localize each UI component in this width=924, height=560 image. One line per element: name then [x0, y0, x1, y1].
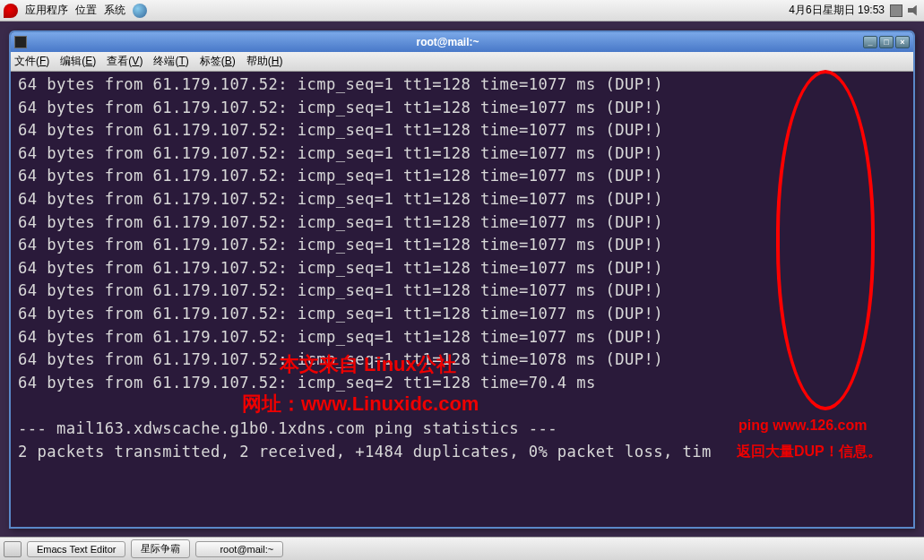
terminal-line: 64 bytes from 61.179.107.52: icmp_seq=1 … [18, 326, 906, 349]
task-label: root@mail:~ [220, 544, 273, 555]
menu-terminal[interactable]: 终端(T) [153, 54, 188, 69]
gnome-top-panel: 应用程序 位置 系统 4月6日星期日 19:53 [0, 0, 924, 22]
tray-icon[interactable] [890, 4, 902, 17]
terminal-line: 64 bytes from 61.179.107.52: icmp_seq=2 … [18, 372, 906, 395]
task-label: Emacs Text Editor [37, 544, 116, 555]
terminal-line: 64 bytes from 61.179.107.52: icmp_seq=1 … [18, 257, 906, 280]
terminal-line: 64 bytes from 61.179.107.52: icmp_seq=1 … [18, 119, 906, 142]
menu-help[interactable]: 帮助(H) [246, 54, 283, 69]
menu-file[interactable]: 文件(F) [14, 54, 49, 69]
task-terminal[interactable]: root@mail:~ [195, 541, 283, 557]
task-label: 星际争霸 [141, 542, 180, 556]
show-desktop-button[interactable] [4, 541, 22, 557]
terminal-line: 64 bytes from 61.179.107.52: icmp_seq=1 … [18, 211, 906, 235]
terminal-line: 64 bytes from 61.179.107.52: icmp_seq=1 … [18, 349, 906, 372]
browser-launcher-icon[interactable] [133, 4, 147, 18]
terminal-line: 64 bytes from 61.179.107.52: icmp_seq=1 … [18, 280, 906, 303]
gnome-bottom-panel: Emacs Text Editor 星际争霸 root@mail:~ [0, 537, 924, 560]
minimize-button[interactable]: _ [863, 36, 877, 48]
close-button[interactable]: × [895, 36, 910, 48]
terminal-icon [14, 36, 27, 48]
window-title: root@mail:~ [32, 36, 863, 48]
window-titlebar[interactable]: root@mail:~ _ □ × [11, 32, 913, 52]
menu-view[interactable]: 查看(V) [107, 54, 142, 69]
terminal-line [18, 394, 906, 418]
terminal-line: 64 bytes from 61.179.107.52: icmp_seq=1 … [18, 165, 906, 188]
clock[interactable]: 4月6日星期日 19:53 [789, 3, 885, 18]
task-emacs[interactable]: Emacs Text Editor [27, 541, 125, 557]
menu-places[interactable]: 位置 [75, 3, 97, 18]
terminal-line: 64 bytes from 61.179.107.52: icmp_seq=1 … [18, 73, 906, 97]
volume-icon[interactable] [908, 5, 920, 16]
terminal-icon [205, 544, 216, 555]
menu-tabs[interactable]: 标签(B) [200, 54, 236, 69]
annotation-note2: 返回大量DUP！信息。 [737, 443, 882, 461]
annotation-note1: ping www.126.com [738, 418, 867, 434]
terminal-line: 64 bytes from 61.179.107.52: icmp_seq=1 … [18, 234, 906, 257]
distro-icon [4, 4, 18, 18]
terminal-window: root@mail:~ _ □ × 文件(F) 编辑(E) 查看(V) 终端(T… [9, 30, 915, 529]
terminal-line: 64 bytes from 61.179.107.52: icmp_seq=1 … [18, 97, 906, 120]
terminal-line: 64 bytes from 61.179.107.52: icmp_seq=1 … [18, 303, 906, 326]
terminal-line: 64 bytes from 61.179.107.52: icmp_seq=1 … [18, 142, 906, 166]
menu-applications[interactable]: 应用程序 [25, 3, 68, 18]
terminal-line: 64 bytes from 61.179.107.52: icmp_seq=1 … [18, 188, 906, 211]
maximize-button[interactable]: □ [879, 36, 894, 48]
terminal-menubar: 文件(F) 编辑(E) 查看(V) 终端(T) 标签(B) 帮助(H) [11, 52, 913, 72]
menu-edit[interactable]: 编辑(E) [60, 54, 96, 69]
task-starcraft[interactable]: 星际争霸 [131, 539, 190, 558]
menu-system[interactable]: 系统 [104, 3, 125, 18]
